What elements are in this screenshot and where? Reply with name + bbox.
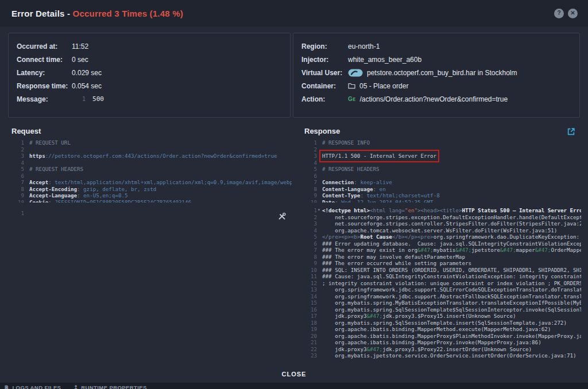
line-number: 9 [304,260,317,267]
line-number: 7 [304,179,317,186]
code-line: 8### The error may involve defaultParame… [304,254,581,260]
line-number: 16 [304,306,317,313]
line-number: 9 [11,192,24,199]
get-method-icon: Gᴇ [348,96,355,102]
code-line: 9Content-Type: text/html;charset=utf-8 [304,192,581,199]
code-line: 5# REQUEST HEADERS [11,166,292,173]
message-value[interactable]: 500 [92,95,104,103]
line-number: 22 [304,346,317,353]
code-line: 13 org.springframework.jdbc.support.SQLE… [304,286,581,293]
code-line: 8Accept-Encoding: gzip, deflate, br, zst… [11,186,292,193]
line-number: 17 [304,313,317,320]
code-line: 1# REQUEST URL [11,139,292,146]
line-number: 8 [11,186,24,193]
region-label: Region: [301,42,348,50]
code-line: 6 [304,173,581,180]
line-number: 5 [11,166,24,173]
response-time-value: 0.054 sec [72,82,102,90]
response-time-label: Response time: [17,82,72,90]
code-line: 10Cookie: JSESSIONID=9E1C88B20E58DC2B5E2… [11,199,292,203]
line-number: 6 [304,240,317,247]
tools-icon[interactable] [277,212,287,221]
open-in-new-window-icon[interactable] [567,127,576,137]
response-body-editor[interactable]: 1<!doctype html><html lang="en"><head><t… [304,207,581,360]
message-row: Message: 1 500 [17,92,282,106]
logs-and-files-label: LOGS AND FILES [12,384,61,389]
line-number: 23 [304,352,317,359]
code-line: 20 org.apache.ibatis.binding.MapperProxy… [304,333,581,340]
code-line: 4 org.apache.tomcat.websocket.server.WsF… [304,227,581,234]
code-line: 23 org.mybatis.jpetstore.service.OrderSe… [304,352,581,359]
line-number: 6 [11,173,24,180]
line-number: 9 [304,192,317,199]
help-icon[interactable]: ? [554,9,564,18]
code-line: 3HTTP/1.1 500 - Internal Server Error [304,153,581,160]
dialog-header: Error Details - Occurred 3 Times (1.48 %… [0,0,588,26]
code-line: 4 [11,160,292,166]
virtual-user-value[interactable]: petstore.octoperf.com_buy_bird.har in St… [367,69,517,77]
injector-value: white_amos_beer_a60b [348,56,421,64]
code-line: 2 [304,146,581,153]
virtual-user-label: Virtual User: [301,69,348,77]
container-label: Container: [301,82,348,90]
close-button[interactable]: CLOSE [0,371,588,378]
har-icon [348,69,363,77]
code-line: 10Date: Wed, 12 Jun 2024 04:52:35 GMT [304,199,581,203]
request-section-title: Request [11,127,41,135]
action-row: Action: Gᴇ /actions/Order.action?newOrde… [301,92,571,106]
connect-time-label: Connect time: [17,56,72,64]
line-number: 11 [304,273,317,280]
line-number: 1 [11,210,24,217]
code-line: 9Accept-Language: en-US,en;q=0.5 [11,192,292,199]
folder-icon [348,83,355,89]
code-line: 4 [304,160,581,166]
region-row: Region: eu-north-1 [301,40,571,53]
line-number: 10 [304,267,317,274]
close-icon[interactable]: ✕ [568,9,578,18]
line-number: 19 [304,326,317,333]
code-line: 1# RESPONSE INFO [304,139,581,146]
occurred-at-value: 11:52 [72,42,88,50]
error-summary-panel: Occurred at: 11:52 Connect time: 0 sec L… [8,33,291,118]
code-line: 7Connection: keep-alive [304,179,581,186]
response-section-title: Response [304,127,340,135]
line-number: 1 [304,139,317,146]
line-number: 21 [304,339,317,346]
line-number: 5 [304,166,317,173]
connect-time-row: Connect time: 0 sec [17,53,282,66]
action-value[interactable]: /actions/Order.action?newOrder&confirmed… [359,95,508,103]
line-number: 1 [304,207,317,214]
code-line: 21 org.apache.ibatis.binding.MapperProxy… [304,339,581,346]
line-number: 4 [11,160,24,166]
runtime-properties-tab[interactable]: ↥ RUNTIME PROPERTIES [74,384,146,389]
code-line: 19 org.apache.ibatis.binding.MapperMetho… [304,326,581,333]
line-number: 5 [304,234,317,240]
region-value: eu-north-1 [348,42,380,50]
code-line: 6 [11,173,292,180]
request-info-editor[interactable]: 1# REQUEST URL23https://petstore.octoper… [11,139,292,203]
line-number: 7 [304,247,317,254]
line-number: 18 [304,320,317,326]
line-number: 20 [304,333,317,340]
occurred-at-label: Occurred at: [17,42,72,50]
container-value[interactable]: 05 - Place order [359,82,408,90]
injector-label: Injector: [301,56,348,64]
container-row: Container: 05 - Place order [301,79,571,92]
line-number: 8 [304,254,317,260]
injector-row: Injector: white_amos_beer_a60b [301,53,571,66]
code-line: 18 org.mybatis.spring.SqlSessionTemplate… [304,320,581,326]
title-prefix: Error Details - [11,9,73,18]
response-info-editor[interactable]: 1# RESPONSE INFO23HTTP/1.1 500 - Interna… [304,139,581,203]
request-body-editor[interactable]: 1 [11,210,292,218]
line-number: 8 [304,186,317,193]
title-occurrence-count: Occurred 3 Times (1.48 %) [73,9,183,18]
connect-time-value: 0 sec [72,56,88,64]
line-number: 14 [304,293,317,300]
code-line: 3 net.sourceforge.stripes.controller.Str… [304,220,581,227]
occurred-at-row: Occurred at: 11:52 [17,40,282,53]
code-line: 9### The error occurred while setting pa… [304,260,581,267]
logs-and-files-tab[interactable]: 🗎 LOGS AND FILES [4,384,61,389]
file-icon: 🗎 [4,384,9,389]
code-line: 12; integrity constraint violation: uniq… [304,280,581,287]
response-time-row: Response time: 0.054 sec [17,79,282,92]
